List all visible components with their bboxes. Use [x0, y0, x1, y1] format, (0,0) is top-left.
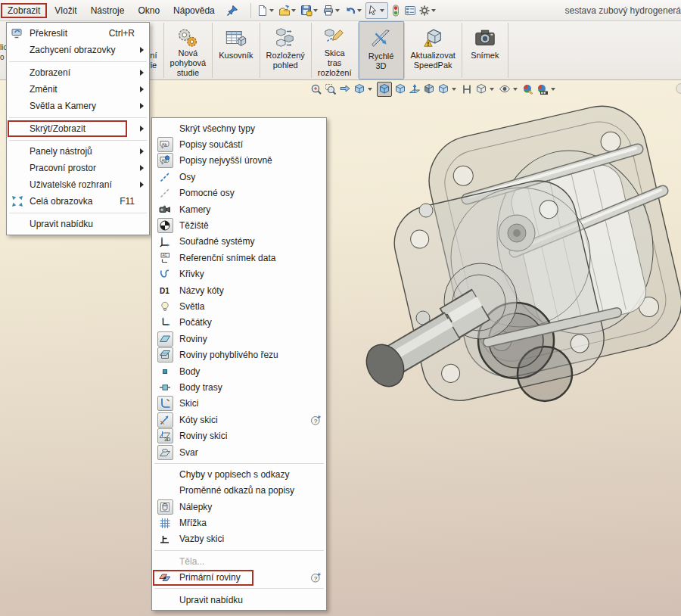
menu-item-svetla-a-kamery[interactable]: Světla a Kamery	[7, 98, 149, 114]
menu-item-primarni-roviny[interactable]: Primární roviny?	[152, 570, 326, 586]
menu-item-koty-skici[interactable]: Kóty skici?	[152, 412, 326, 428]
apply-scene-dropdown-arrow[interactable]	[551, 88, 555, 91]
menu-item-skryt-vsechny-typy[interactable]: Skrýt všechny typy	[152, 120, 326, 136]
coordinate-systems-icon	[154, 235, 176, 247]
select-cursor-dropdown-arrow[interactable]	[380, 9, 384, 12]
menu-item-roviny[interactable]: Roviny	[152, 331, 326, 347]
menu-item-souradne-systemy[interactable]: Souřadné systémy	[152, 234, 326, 250]
display-style-dropdown-arrow[interactable]	[490, 88, 494, 91]
apply-scene-button[interactable]	[536, 83, 558, 95]
menu-item-kamery[interactable]: Kamery	[152, 201, 326, 217]
help-icon[interactable]: ?	[310, 571, 322, 583]
cmd-snimek-button[interactable]: Snímek	[462, 21, 508, 79]
view-settings-icon[interactable]	[675, 82, 681, 95]
weld-beads-icon-box	[157, 445, 173, 460]
open-button[interactable]	[278, 3, 299, 18]
menu-nastroje[interactable]: Nástroje	[84, 3, 132, 18]
menu-item-krivky[interactable]: Křivky	[152, 266, 326, 282]
menu-okno[interactable]: Okno	[131, 3, 166, 18]
menu-item-label: Body trasy	[176, 382, 322, 393]
view-orientation-dropdown-arrow[interactable]	[368, 88, 372, 91]
help-icon[interactable]: ?	[310, 414, 322, 426]
menu-item-uzivatelske-rozhrani[interactable]: Uživatelské rozhraní	[7, 176, 149, 193]
cmd-rychle-3d-button[interactable]: Rychlé3D	[359, 21, 404, 79]
menu-item-zobrazeni[interactable]: Zobrazení	[7, 64, 149, 81]
cmd-kusovnik-button[interactable]: Kusovník	[213, 21, 259, 79]
menu-item-svetla[interactable]: Světla	[152, 298, 326, 314]
menu-item-zmenit[interactable]: Změnit	[7, 81, 149, 98]
save-button[interactable]	[300, 3, 321, 18]
menu-item-teziste[interactable]: Těžiště	[152, 217, 326, 233]
previous-view-button[interactable]	[339, 83, 351, 95]
print-button[interactable]	[322, 3, 343, 18]
center-of-mass-icon-box	[157, 218, 173, 233]
menu-item-promenne-odkazu-na-popisy[interactable]: Proměnné odkazů na popisy	[152, 483, 326, 499]
new-document-dropdown-arrow[interactable]	[269, 9, 274, 12]
menu-napoveda[interactable]: Nápověda	[166, 3, 222, 18]
undo-button[interactable]	[344, 3, 365, 18]
menu-zobrazit[interactable]: Zobrazit	[1, 3, 47, 18]
properties-icon	[404, 5, 416, 17]
menu-item-vazby-skici[interactable]: Vazby skici	[152, 531, 326, 547]
menu-item-skici[interactable]: Skici	[152, 396, 326, 412]
menu-item-nazvy-koty[interactable]: D1Názvy kóty	[152, 282, 326, 298]
cmd-rozlozeny-pohled-button[interactable]: Rozloženýpohled	[260, 21, 311, 79]
display-style-button[interactable]	[475, 83, 496, 95]
select-cursor-button[interactable]	[365, 2, 388, 19]
edit-appearance-button[interactable]	[522, 83, 534, 95]
pushpin-icon[interactable]	[226, 5, 238, 17]
top-level-annotations-icon-box: Ab	[157, 153, 173, 168]
menu-item-skryt-zobrazit[interactable]: Skrýt/Zobrazit	[7, 120, 149, 137]
cmd-skica-tras-rozlozeni-button[interactable]: Skicatrasrozložení	[312, 21, 358, 79]
display-state-button[interactable]	[437, 83, 459, 95]
new-document-button[interactable]	[256, 3, 277, 18]
open-dropdown-arrow[interactable]	[291, 9, 296, 12]
display-state-dropdown-arrow[interactable]	[452, 88, 456, 91]
performance-button[interactable]	[389, 3, 403, 18]
menu-item-pocatky[interactable]: Počátky	[152, 315, 326, 331]
menu-item-nalepky[interactable]: Nálepky	[152, 499, 326, 515]
model-3d[interactable]	[325, 98, 681, 431]
menu-item-prekreslit[interactable]: PřekreslitCtrl+R	[7, 25, 149, 42]
view-orientation-button[interactable]	[353, 83, 375, 95]
menu-item-referencni-snimek-data[interactable]: ACReferenční snímek data	[152, 250, 326, 266]
menu-vlozit[interactable]: Vložit	[48, 3, 83, 18]
section-view-button[interactable]	[423, 83, 435, 95]
zoom-to-area-button[interactable]	[325, 83, 337, 95]
cmd-aktualizovat-speedpak-button[interactable]: AktualizovatSpeedPak	[405, 21, 462, 79]
menu-item-panely-nastroju[interactable]: Panely nástrojů	[7, 143, 149, 160]
print-dropdown-arrow[interactable]	[335, 9, 340, 12]
options-dropdown-arrow[interactable]	[431, 9, 436, 12]
menu-item-popisy-soucasti[interactable]: AbPopisy součástí	[152, 136, 326, 152]
menu-item-cela-obrazovka[interactable]: Celá obrazovkaF11	[7, 193, 149, 210]
menu-item-upravit-nabidku[interactable]: Upravit nabídku	[152, 592, 326, 608]
undo-dropdown-arrow[interactable]	[357, 9, 362, 12]
normal-to-button[interactable]	[409, 83, 421, 95]
menu-item-popisy-nejvyssi-urovne[interactable]: AbPopisy nejvyšší úrovně	[152, 153, 326, 169]
cmd-button-label: Rychlé3D	[368, 51, 394, 71]
menu-items: ZobrazitVložitNástrojeOknoNápověda	[0, 3, 222, 18]
menu-item-roviny-skici[interactable]: 3DRoviny skici	[152, 428, 326, 443]
menu-item-zachyceni-obrazovky[interactable]: Zachycení obrazovky	[7, 42, 149, 58]
menu-item-body-trasy[interactable]: Body trasy	[152, 379, 326, 395]
save-dropdown-arrow[interactable]	[313, 9, 318, 12]
menu-item-svar[interactable]: Svar	[152, 444, 326, 460]
menu-item-osy[interactable]: Osy	[152, 169, 326, 185]
menu-item-body[interactable]: Body	[152, 363, 326, 379]
properties-button[interactable]	[403, 3, 417, 18]
options-button[interactable]	[418, 3, 439, 18]
menu-item-mrizka[interactable]: Mřížka	[152, 515, 326, 530]
menu-item-label: Světla a Kamery	[26, 101, 140, 111]
hide-show-items-button[interactable]	[499, 83, 520, 95]
menu-item-pomocne-osy[interactable]: Pomocné osy	[152, 185, 326, 201]
isometric-view-button[interactable]	[377, 82, 392, 97]
menu-item-upravit-nabidku[interactable]: Upravit nabídku	[7, 216, 149, 232]
menu-item-chyby-v-popisech-s-odkazy[interactable]: Chyby v popisech s odkazy	[152, 466, 326, 482]
menu-item-pracovni-prostor[interactable]: Pracovní prostor	[7, 160, 149, 176]
cmd-nova-pohybova-studie-button[interactable]: Novápohybovástudie	[164, 21, 213, 79]
menu-item-roviny-pohybliveho-rezu[interactable]: Roviny pohyblivého řezu	[152, 347, 326, 362]
display-style-hidden-button[interactable]	[461, 83, 473, 95]
view-cube-button[interactable]	[394, 83, 406, 95]
hide-show-items-dropdown-arrow[interactable]	[513, 88, 518, 91]
zoom-to-fit-button[interactable]	[310, 83, 322, 95]
